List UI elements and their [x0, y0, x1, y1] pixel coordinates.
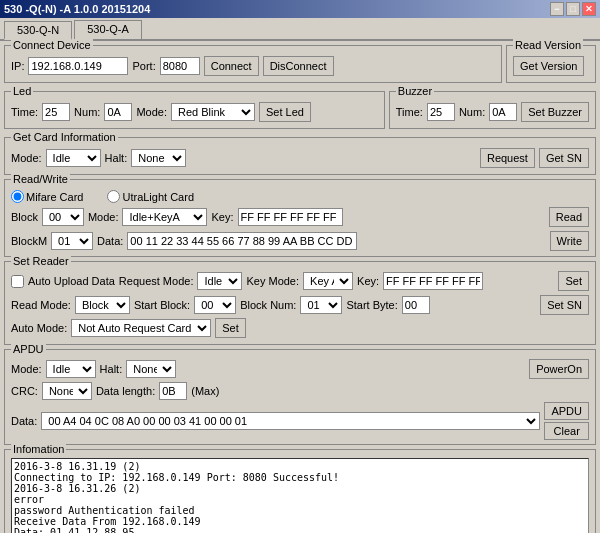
request-mode-select[interactable]: IdleAuto: [197, 272, 242, 290]
start-byte-label: Start Byte:: [346, 299, 397, 311]
block-select[interactable]: 00010203: [42, 208, 84, 226]
blockm-select[interactable]: 01020304: [51, 232, 93, 250]
key-mode-select[interactable]: Key AKey B: [303, 272, 353, 290]
block-num-select[interactable]: 01020304: [300, 296, 342, 314]
read-write-title: Read/Write: [11, 173, 70, 185]
set-led-button[interactable]: Set Led: [259, 102, 311, 122]
sr-key-input[interactable]: [383, 272, 483, 290]
connect-button[interactable]: Connect: [204, 56, 259, 76]
rw-key-input[interactable]: [238, 208, 343, 226]
set-reader-title: Set Reader: [11, 255, 71, 267]
crc-label: CRC:: [11, 385, 38, 397]
ip-input[interactable]: [28, 57, 128, 75]
start-block-select[interactable]: 00010203: [194, 296, 236, 314]
set-sn-button[interactable]: Set SN: [540, 295, 589, 315]
apdu-section: APDU Mode: IdleAuto Halt: NoneHalt Power…: [4, 349, 596, 445]
port-input[interactable]: [160, 57, 200, 75]
block-label: Block: [11, 211, 38, 223]
buzzer-num-label: Num:: [459, 106, 485, 118]
data-length-input[interactable]: [159, 382, 187, 400]
start-block-label: Start Block:: [134, 299, 190, 311]
disconnect-button[interactable]: DisConnect: [263, 56, 334, 76]
title-bar: 530 -Q(-N) -A 1.0.0 20151204 − □ ✕: [0, 0, 600, 18]
led-mode-label: Mode:: [136, 106, 167, 118]
led-num-input[interactable]: [104, 103, 132, 121]
request-mode-label: Request Mode:: [119, 275, 194, 287]
tab-530-q-a[interactable]: 530-Q-A: [74, 20, 142, 39]
power-on-button[interactable]: PowerOn: [529, 359, 589, 379]
auto-upload-label: Auto Upload Data: [28, 275, 115, 287]
apdu-title: APDU: [11, 343, 46, 355]
tab-530-q-n[interactable]: 530-Q-N: [4, 21, 72, 40]
information-section: Infomation 2016-3-8 16.31.19 (2)Connecti…: [4, 449, 596, 533]
set2-button[interactable]: Set: [215, 318, 246, 338]
buzzer-num-input[interactable]: [489, 103, 517, 121]
apdu-mode-select[interactable]: IdleAuto: [46, 360, 96, 378]
apdu-data-label: Data:: [11, 415, 37, 427]
window-controls: − □ ✕: [550, 2, 596, 16]
minimize-button[interactable]: −: [550, 2, 564, 16]
read-version-title: Read Version: [513, 39, 583, 51]
clear-button[interactable]: Clear: [544, 422, 589, 440]
led-mode-select[interactable]: Red Blink Green Blink Blue Blink Off: [171, 103, 255, 121]
window-title: 530 -Q(-N) -A 1.0.0 20151204: [4, 3, 150, 15]
card-halt-select[interactable]: NoneHalt: [131, 149, 186, 167]
get-card-info-title: Get Card Information: [11, 131, 118, 143]
connect-device-title: Connect Device: [11, 39, 93, 51]
card-mode-select[interactable]: IdleAutoManual: [46, 149, 101, 167]
led-time-label: Time:: [11, 106, 38, 118]
info-box[interactable]: 2016-3-8 16.31.19 (2)Connecting to IP: 1…: [11, 458, 589, 533]
rw-data-input[interactable]: [127, 232, 357, 250]
crc-select[interactable]: NoneCRC: [42, 382, 92, 400]
led-num-label: Num:: [74, 106, 100, 118]
apdu-data-select[interactable]: 00 A4 04 0C 08 A0 00 00 03 41 00 00 01: [41, 412, 540, 430]
rw-data-label: Data:: [97, 235, 123, 247]
rw-mode-select[interactable]: Idle+KeyAIdle+KeyBAuto+KeyAAuto+KeyB: [122, 208, 207, 226]
blockm-label: BlockM: [11, 235, 47, 247]
ip-label: IP:: [11, 60, 24, 72]
set-buzzer-button[interactable]: Set Buzzer: [521, 102, 589, 122]
led-title: Led: [11, 85, 33, 97]
set-reader-section: Set Reader Auto Upload Data Request Mode…: [4, 261, 596, 345]
buzzer-time-input[interactable]: [427, 103, 455, 121]
buzzer-time-label: Time:: [396, 106, 423, 118]
rw-key-label: Key:: [211, 211, 233, 223]
rw-mode-label: Mode:: [88, 211, 119, 223]
maximize-button[interactable]: □: [566, 2, 580, 16]
auto-mode-select[interactable]: Not Auto Request CardAuto Request Card: [71, 319, 211, 337]
get-version-button[interactable]: Get Version: [513, 56, 584, 76]
port-label: Port:: [132, 60, 155, 72]
auto-upload-checkbox[interactable]: [11, 275, 24, 288]
auto-mode-label: Auto Mode:: [11, 322, 67, 334]
apdu-halt-label: Halt:: [100, 363, 123, 375]
card-mode-label: Mode:: [11, 152, 42, 164]
card-halt-label: Halt:: [105, 152, 128, 164]
sr-key-label: Key:: [357, 275, 379, 287]
get-sn-button[interactable]: Get SN: [539, 148, 589, 168]
close-button[interactable]: ✕: [582, 2, 596, 16]
buzzer-section: Buzzer Time: Num: Set Buzzer: [389, 91, 596, 129]
read-mode-label: Read Mode:: [11, 299, 71, 311]
apdu-button[interactable]: APDU: [544, 402, 589, 420]
data-length-label: Data length:: [96, 385, 155, 397]
led-time-input[interactable]: [42, 103, 70, 121]
request-button[interactable]: Request: [480, 148, 535, 168]
apdu-halt-select[interactable]: NoneHalt: [126, 360, 176, 378]
read-button[interactable]: Read: [549, 207, 589, 227]
connect-device-section: Connect Device IP: Port: Connect DisConn…: [4, 45, 502, 83]
ultralight-radio[interactable]: [107, 190, 120, 203]
ultralight-radio-item[interactable]: UtraLight Card: [107, 190, 194, 203]
mifare-radio[interactable]: [11, 190, 24, 203]
mifare-label: Mifare Card: [26, 191, 83, 203]
led-section: Led Time: Num: Mode: Red Blink Green Bli…: [4, 91, 385, 129]
write-button[interactable]: Write: [550, 231, 589, 251]
start-byte-input[interactable]: [402, 296, 430, 314]
data-length-max: (Max): [191, 385, 219, 397]
mifare-radio-item[interactable]: Mifare Card: [11, 190, 83, 203]
set-button[interactable]: Set: [558, 271, 589, 291]
read-mode-select[interactable]: BlockSector: [75, 296, 130, 314]
block-num-label: Block Num:: [240, 299, 296, 311]
buzzer-title: Buzzer: [396, 85, 434, 97]
ultralight-label: UtraLight Card: [122, 191, 194, 203]
key-mode-label: Key Mode:: [246, 275, 299, 287]
